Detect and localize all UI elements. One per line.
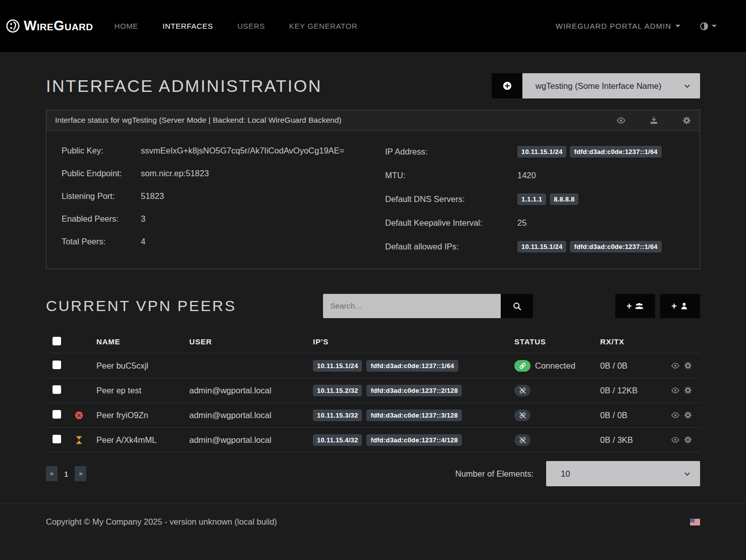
interface-select[interactable]: wgTesting (Some Interface Name): [522, 73, 700, 98]
gear-icon[interactable]: [684, 411, 692, 419]
page-size-select[interactable]: 10: [546, 461, 700, 486]
select-all-checkbox[interactable]: [52, 337, 61, 345]
search-input[interactable]: [323, 294, 501, 318]
eye-icon[interactable]: [671, 386, 679, 394]
eye-icon[interactable]: [671, 362, 679, 370]
detail-label: Public Key:: [62, 146, 141, 156]
eye-icon[interactable]: [671, 411, 679, 419]
detail-value: ssvmEeIxG+k8jsNO5G7cq5r/Ak7IiCodAvOyoCg1…: [141, 146, 344, 156]
pagination-next-button[interactable]: »: [75, 466, 86, 481]
detail-label: Default DNS Servers:: [385, 194, 517, 204]
peer-rxtx: 0B / 12KB: [600, 386, 662, 395]
add-peer-buttons: + +: [615, 294, 700, 318]
detail-label: MTU:: [385, 171, 517, 180]
download-icon[interactable]: [650, 116, 658, 125]
peers-table-body: Peer buC5cxjl 10.11.15.1/24fdfd:d3ad:c0d…: [46, 353, 700, 452]
detail-row: Default DNS Servers:1.1.1.18.8.8.8: [385, 193, 700, 205]
peer-status: [514, 410, 600, 421]
ip-badge: fdfd:d3ad:c0de:1237::1/64: [570, 146, 661, 158]
detail-label: Public Endpoint:: [62, 169, 141, 178]
theme-toggle-dropdown[interactable]: [700, 22, 717, 31]
peer-checkbox[interactable]: [52, 435, 61, 443]
peer-checkbox[interactable]: [52, 361, 61, 369]
chevron-down-icon: [683, 82, 691, 90]
add-multiple-peers-button[interactable]: +: [615, 294, 655, 318]
gear-icon[interactable]: [682, 116, 691, 125]
peers-table: NAME USER IP'S STATUS RX/TX Peer buC5cxj…: [46, 330, 700, 452]
nav-item-home[interactable]: Home: [115, 22, 138, 30]
card-toolbar: [617, 116, 691, 125]
link-slash-icon: [519, 436, 526, 444]
gear-icon[interactable]: [684, 362, 692, 370]
status-pill: [514, 410, 530, 421]
link-slash-icon: [519, 387, 526, 394]
status-pill: [514, 434, 530, 446]
us-flag-icon[interactable]: [690, 519, 700, 526]
circle-plus-icon: [503, 81, 512, 90]
pagination: « 1 »: [46, 466, 86, 481]
detail-value: 51823: [141, 191, 164, 201]
search-group: [323, 294, 533, 318]
user-icon: [679, 302, 689, 311]
detail-label: Default Keepalive Interval:: [385, 218, 517, 228]
ip-badge: fdfd:d3ad:c0de:1237::3/128: [366, 410, 462, 421]
ip-badge: 10.11.15.2/32: [313, 385, 362, 396]
caret-down-icon: [675, 25, 680, 27]
pagination-current-page[interactable]: 1: [64, 470, 68, 478]
peer-ips: 10.11.15.1/24fdfd:d3ad:c0de:1237::1/64: [313, 360, 514, 372]
peer-flag: [75, 411, 96, 420]
peer-checkbox[interactable]: [52, 410, 61, 419]
link-slash-icon: [519, 412, 526, 419]
peer-row: Peer ep test admin@wgportal.local 10.11.…: [46, 378, 700, 403]
peers-table-header: NAME USER IP'S STATUS RX/TX: [46, 330, 700, 353]
ip-badge: 10.11.15.1/24: [313, 360, 362, 372]
ip-badge: fdfd:d3ad:c0de:1237::1/64: [366, 360, 458, 372]
peer-actions: [662, 436, 700, 444]
ip-badge: fdfd:d3ad:c0de:1237::4/128: [366, 434, 462, 446]
detail-label: Total Peers:: [62, 237, 141, 246]
detail-value: 1.1.1.18.8.8.8: [517, 193, 582, 205]
peer-rxtx: 0B / 0B: [600, 411, 662, 420]
search-button[interactable]: [501, 294, 533, 318]
pagination-prev-button[interactable]: «: [46, 466, 58, 481]
detail-row: IP Address:10.11.15.1/24fdfd:d3ad:c0de:1…: [385, 146, 700, 158]
page-title: Interface Administration: [46, 76, 322, 96]
ip-badge: 10.11.15.1/24: [517, 146, 566, 158]
brand-logo[interactable]: WireGuard: [6, 18, 93, 34]
peer-actions: [662, 411, 700, 419]
brand-name: WireGuard: [24, 18, 93, 34]
gear-icon[interactable]: [684, 436, 692, 444]
nav-item-users[interactable]: Users: [237, 22, 265, 30]
nav-item-interfaces[interactable]: Interfaces: [163, 22, 213, 30]
user-menu-dropdown[interactable]: Wireguard Portal Admin: [556, 22, 680, 30]
interface-controls: wgTesting (Some Interface Name): [492, 73, 700, 98]
eye-icon[interactable]: [671, 436, 679, 444]
ip-badge: 8.8.8.8: [550, 193, 578, 205]
peer-user: admin@wgportal.local: [189, 435, 313, 445]
plus-icon: +: [626, 301, 632, 311]
detail-row: Default Keepalive Interval:25: [385, 218, 700, 228]
peer-status: Connected: [514, 360, 600, 372]
user-menu-label: Wireguard Portal Admin: [556, 22, 671, 30]
eye-icon[interactable]: [617, 116, 625, 125]
peer-row: Peer A/Xk4mML admin@wgportal.local 10.11…: [46, 428, 700, 452]
column-header-rxtx: RX/TX: [600, 337, 662, 346]
detail-value: 1420: [517, 171, 536, 180]
caret-down-icon: [712, 25, 717, 27]
chevron-down-icon: [683, 470, 691, 478]
add-interface-button[interactable]: [492, 73, 522, 98]
gear-icon[interactable]: [684, 386, 692, 394]
detail-label: IP Address:: [385, 147, 517, 157]
detail-row: Listening Port:51823: [62, 191, 373, 201]
detail-row: Public Key:ssvmEeIxG+k8jsNO5G7cq5r/Ak7Ii…: [62, 146, 373, 156]
add-peer-button[interactable]: +: [660, 294, 700, 318]
detail-label: Enabled Peers:: [62, 214, 141, 224]
peer-checkbox[interactable]: [52, 385, 61, 394]
nav-item-key-generator[interactable]: Key Generator: [289, 22, 357, 30]
footer: Copyright © My Company 2025 - version un…: [0, 503, 746, 527]
peer-row: Peer fryiO9Zn admin@wgportal.local 10.11…: [46, 403, 700, 428]
status-text: Connected: [535, 361, 575, 371]
detail-value: 25: [517, 218, 526, 228]
table-footer: « 1 » Number of Elements: 10: [46, 461, 700, 486]
detail-value: som.nicr.ep:51823: [141, 169, 209, 178]
